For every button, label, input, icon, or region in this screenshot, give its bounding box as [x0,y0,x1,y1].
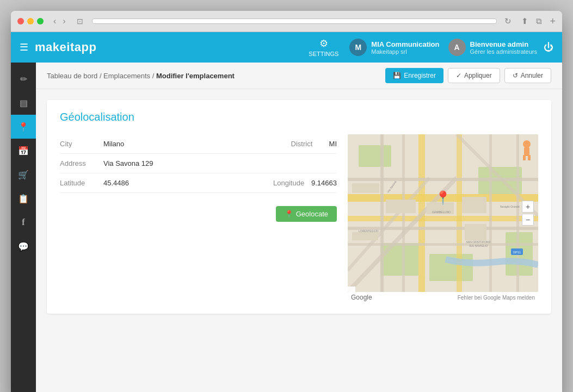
brand-logo: makeitapp [35,40,96,54]
pin-icon: 📍 [285,210,293,218]
browser-window: ‹ › ⊡ ↻ ⬆ ⧉ + ☰ makeitapp ⚙ SETTINGS M M… [11,11,562,392]
address-bar[interactable] [92,18,497,24]
svg-rect-10 [348,178,538,181]
section-title: Géolocalisation [60,111,538,123]
sidebar-item-edit[interactable]: ✏ [11,67,36,91]
sidebar-toggle-button[interactable]: ⊡ [73,16,87,27]
geolocate-container: 📍 Geolocate [60,197,337,222]
main-content: Tableau de bord / Emplacements / Modifie… [36,63,562,392]
calendar-icon: 📅 [18,146,29,156]
zoom-in-button[interactable]: + [522,201,534,213]
company-sub: Makeitapp srl [371,48,439,55]
sidebar-item-documents[interactable]: 📋 [11,186,36,210]
fullscreen-button[interactable] [37,18,44,24]
edit-icon: ✏ [20,74,27,84]
save-icon: 💾 [393,72,401,79]
zoom-out-button[interactable]: − [522,214,534,226]
svg-text:GIAMBELLINO: GIAMBELLINO [432,210,451,214]
breadcrumb-bar: Tableau de bord / Emplacements / Modifie… [36,63,562,89]
svg-rect-20 [352,183,379,193]
lat-lng-row: Latitude 45.4486 Longitude 9.14663 [60,173,337,193]
settings-nav-item[interactable]: ⚙ SETTINGS [309,38,338,57]
map-container[interactable]: Via Savona GIAMBELLINO SAN CRISTOFORO SU… [348,134,538,292]
city-district-row: City Milano District MI [60,134,337,154]
user-avatar: A [448,39,466,56]
svg-rect-21 [386,200,416,213]
sidebar-item-location[interactable]: 📍 [11,115,36,139]
svg-rect-3 [380,243,418,276]
image-icon: ▤ [20,98,28,108]
cancel-button[interactable]: ↺ Annuler [504,68,551,83]
map-svg: Via Savona GIAMBELLINO SAN CRISTOFORO SU… [348,134,538,292]
pegman[interactable] [521,140,533,160]
logout-button[interactable]: ⏻ [544,42,553,53]
geo-fields: City Milano District MI Address Via Savo… [60,134,337,303]
svg-rect-37 [523,155,526,160]
svg-rect-23 [462,197,486,213]
reload-button[interactable]: ↻ [502,15,514,27]
svg-rect-36 [524,147,529,156]
sidebar-item-facebook[interactable]: f [11,210,36,234]
document-icon: 📋 [18,194,29,204]
page-content: Géolocalisation City Milano District MI [36,89,562,392]
top-nav: ☰ makeitapp ⚙ SETTINGS M MIA Communicati… [11,32,562,63]
svg-text:SAN CRISTOFORO: SAN CRISTOFORO [466,240,491,244]
svg-rect-13 [380,134,384,292]
svg-rect-1 [359,145,391,167]
address-row: Address Via Savona 129 [60,154,337,173]
close-button[interactable] [17,18,24,24]
geolocate-button[interactable]: 📍 Geolocate [276,206,337,222]
undo-icon: ↺ [513,72,518,79]
content-area: ✏ ▤ 📍 📅 🛒 📋 f [11,63,562,392]
latitude-value: 45.4486 [103,179,262,187]
apply-button[interactable]: ✓ Appliquer [448,68,500,83]
sidebar-item-calendar[interactable]: 📅 [11,139,36,163]
svg-rect-38 [528,155,531,160]
user-greeting: Bienvenue admin [470,40,538,48]
minimize-button[interactable] [27,18,34,24]
sidebar-item-shop[interactable]: 🛒 [11,163,36,186]
svg-text:SP11: SP11 [513,251,521,254]
geo-layout: City Milano District MI Address Via Savo… [60,134,538,303]
hamburger-icon[interactable]: ☰ [20,41,28,53]
share-button[interactable]: ⬆ [519,15,531,27]
map-zoom-controls: + − [522,201,534,226]
breadcrumb-home[interactable]: Tableau de bord [47,72,97,80]
map-footer: Google Fehler bei Google Maps melden [348,292,538,303]
svg-text:Naviglio Grande: Naviglio Grande [500,205,520,208]
longitude-value: 9.14663 [311,179,337,187]
svg-rect-24 [465,224,486,240]
svg-rect-15 [489,134,492,292]
browser-chrome: ‹ › ⊡ ↻ ⬆ ⧉ + [11,11,562,32]
city-value: Milano [103,140,280,148]
sidebar-item-media[interactable]: ▤ [11,91,36,115]
user-nav-item[interactable]: A Bienvenue admin Gérer les administrate… [448,39,538,56]
company-nav-item[interactable]: M MIA Communication Makeitapp srl [349,39,439,56]
user-info: Bienvenue admin Gérer les administrateur… [470,40,538,55]
forward-button[interactable]: › [60,15,67,27]
latitude-label: Latitude [60,179,103,187]
svg-rect-16 [516,134,519,292]
facebook-icon: f [22,217,24,227]
duplicate-button[interactable]: ⧉ [534,15,544,27]
sidebar-item-messages[interactable]: 💬 [11,234,36,258]
location-icon: 📍 [18,122,29,132]
app-wrapper: ☰ makeitapp ⚙ SETTINGS M MIA Communicati… [11,32,562,392]
breadcrumb-sep-2: / [152,72,156,80]
save-button[interactable]: 💾 Enregistrer [385,68,443,83]
district-label: District [291,140,329,148]
breadcrumb-actions: 💾 Enregistrer ✓ Appliquer ↺ Annuler [385,68,551,83]
new-tab-button[interactable]: + [550,16,556,27]
back-button[interactable]: ‹ [51,15,58,27]
admin-link[interactable]: Gérer les administrateurs [470,48,538,55]
google-logo: Google [351,294,372,301]
map-error-link[interactable]: Fehler bei Google Maps melden [458,295,535,301]
settings-label: SETTINGS [309,51,338,57]
shop-icon: 🛒 [18,170,29,180]
address-label: Address [60,159,103,167]
messages-icon: 💬 [18,241,29,252]
map-pin: 📍 [435,190,451,206]
breadcrumb-emplacements[interactable]: Emplacements [103,72,150,80]
svg-text:LORENTEGGIO: LORENTEGGIO [359,229,379,233]
svg-rect-25 [352,232,378,240]
